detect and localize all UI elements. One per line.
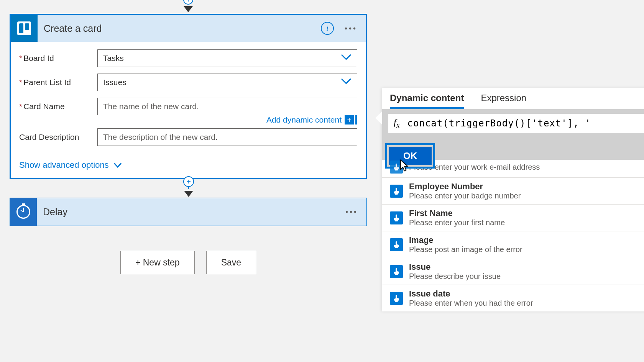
- add-dynamic-plus-icon: +: [345, 115, 354, 124]
- card-description-label: Card Description: [19, 133, 97, 142]
- touch-icon: [390, 265, 403, 278]
- new-step-button[interactable]: + New step: [120, 251, 195, 274]
- touch-icon: [390, 185, 403, 198]
- delay-action[interactable]: Delay •••: [10, 198, 367, 226]
- delay-title: Delay: [43, 206, 345, 218]
- arrow-down-icon: [184, 6, 193, 12]
- chevron-down-icon: [341, 53, 352, 62]
- connector-mid: +: [183, 176, 194, 197]
- save-button[interactable]: Save: [206, 251, 256, 274]
- button-row: + New step Save: [10, 251, 367, 274]
- touch-icon: [390, 161, 403, 174]
- show-advanced-options[interactable]: Show advanced options: [19, 160, 122, 170]
- chevron-down-icon: [113, 162, 122, 168]
- list-item[interactable]: Image Please post an image of the error: [382, 231, 644, 258]
- touch-icon: [390, 292, 403, 305]
- list-item[interactable]: First Name Please enter your first name: [382, 205, 644, 231]
- touch-icon: [390, 211, 403, 224]
- more-menu-icon[interactable]: •••: [345, 24, 357, 33]
- tab-expression[interactable]: Expression: [481, 93, 526, 109]
- expression-input[interactable]: fx concat(triggerBody()['text'], ': [388, 114, 644, 133]
- clock-icon: [10, 198, 37, 226]
- touch-icon: [390, 238, 403, 251]
- plus-icon[interactable]: +: [183, 176, 194, 187]
- connector-top: +: [188, 0, 189, 13]
- list-item[interactable]: Issue date Please enter when you had the…: [382, 285, 644, 311]
- card-description-input[interactable]: The description of the new card.: [97, 128, 357, 146]
- more-menu-icon[interactable]: •••: [345, 208, 358, 216]
- trello-icon: [11, 15, 38, 42]
- board-id-select[interactable]: Tasks: [97, 49, 357, 67]
- card-name-input[interactable]: The name of the new card.: [97, 98, 357, 115]
- chevron-down-icon: [341, 77, 352, 86]
- plus-icon[interactable]: +: [183, 0, 193, 5]
- dynamic-content-panel: Dynamic content Expression fx concat(tri…: [382, 88, 644, 311]
- create-card-action: Create a card i ••• *Board Id Tasks *Par…: [10, 14, 367, 179]
- list-item[interactable]: Issue Please describe your issue: [382, 258, 644, 285]
- fx-icon: fx: [394, 117, 400, 129]
- card-header[interactable]: Create a card i •••: [11, 15, 366, 42]
- add-dynamic-bar-icon: [355, 115, 357, 124]
- list-item[interactable]: Employee Number Please enter your badge …: [382, 178, 644, 205]
- dynamic-content-list: Email Please enter your work e-mail addr…: [382, 160, 644, 311]
- tab-dynamic-content[interactable]: Dynamic content: [390, 93, 464, 109]
- add-dynamic-content-link[interactable]: Add dynamic content +: [266, 115, 357, 124]
- parent-list-id-label: *Parent List Id: [19, 78, 97, 87]
- card-name-label: *Card Name: [19, 102, 97, 111]
- arrow-down-icon: [184, 191, 193, 197]
- parent-list-id-select[interactable]: Issues: [97, 74, 357, 91]
- board-id-label: *Board Id: [19, 54, 97, 63]
- info-icon[interactable]: i: [321, 22, 334, 35]
- card-title: Create a card: [44, 23, 321, 34]
